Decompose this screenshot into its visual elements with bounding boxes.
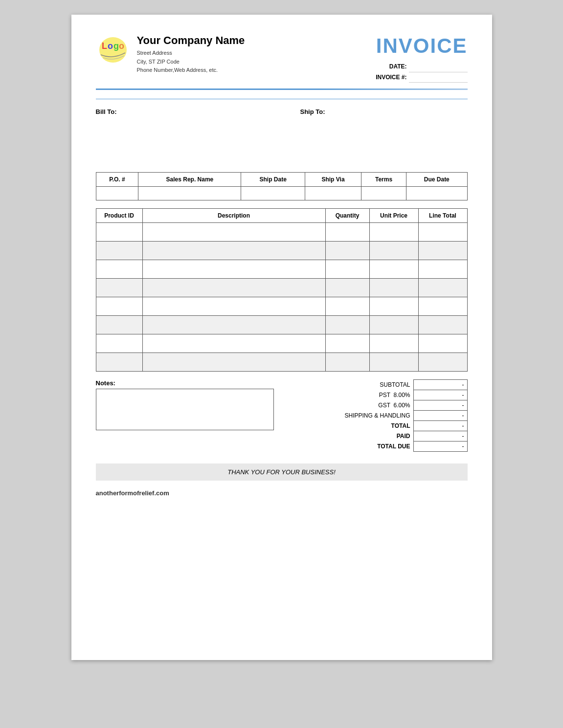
po-cell-sales-rep — [138, 187, 241, 200]
po-table: P.O. # Sales Rep. Name Ship Date Ship Vi… — [96, 172, 468, 200]
address-section: Bill To: Ship To: — [96, 108, 468, 157]
items-cell — [96, 260, 142, 279]
items-cell — [369, 223, 418, 242]
pst-value: - — [413, 390, 467, 400]
items-cell — [369, 316, 418, 334]
pst-row: PST 8.00% - — [289, 390, 467, 400]
pst-label: PST — [379, 392, 390, 398]
date-label: DATE: — [389, 62, 407, 72]
items-cell — [142, 297, 325, 316]
notes-label: Notes: — [96, 379, 274, 387]
items-cell — [142, 260, 325, 279]
items-cell — [418, 334, 467, 353]
po-col-sales-rep: Sales Rep. Name — [138, 173, 241, 187]
items-cell — [325, 353, 369, 372]
po-col-ship-date: Ship Date — [241, 173, 305, 187]
items-cell — [96, 223, 142, 242]
total-label: TOTAL — [289, 421, 413, 431]
pst-label-row: PST 8.00% — [289, 390, 413, 400]
bill-to-lines — [96, 118, 263, 157]
gst-label: GST — [378, 402, 390, 409]
total-due-label: TOTAL DUE — [289, 441, 413, 452]
subtotal-value: - — [413, 380, 467, 390]
items-cell — [418, 297, 467, 316]
items-cell — [142, 223, 325, 242]
items-cell — [418, 353, 467, 372]
ship-to-label: Ship To: — [300, 108, 468, 115]
paid-row: PAID - — [289, 431, 467, 441]
notes-section: Notes: — [96, 379, 274, 430]
po-col-po: P.O. # — [96, 173, 138, 187]
shipping-value: - — [413, 411, 467, 421]
company-name: Your Company Name — [137, 34, 245, 47]
date-value — [409, 62, 468, 72]
gst-row: GST 6.00% - — [289, 400, 467, 411]
invoice-title: INVOICE — [376, 34, 467, 58]
total-due-row: TOTAL DUE - — [289, 441, 467, 452]
svg-text:g: g — [113, 41, 119, 51]
ship-to-block: Ship To: — [300, 108, 468, 157]
thank-you-text: THANK YOU FOR YOUR BUSINESS! — [227, 468, 336, 476]
bill-to-block: Bill To: — [96, 108, 263, 157]
notes-box[interactable] — [96, 389, 274, 430]
items-cell — [369, 334, 418, 353]
po-cell-ship-via — [305, 187, 361, 200]
items-row — [96, 316, 467, 334]
items-row — [96, 242, 467, 260]
svg-text:L: L — [102, 41, 107, 51]
items-cell — [325, 223, 369, 242]
shipping-label: SHIPPING & HANDLING — [289, 411, 413, 421]
items-row — [96, 223, 467, 242]
items-cell — [325, 316, 369, 334]
gst-value: - — [413, 400, 467, 411]
total-value: - — [413, 421, 467, 431]
items-cell — [142, 334, 325, 353]
pst-rate: 8.00% — [393, 392, 410, 398]
paid-value: - — [413, 431, 467, 441]
items-row — [96, 334, 467, 353]
header-divider — [96, 88, 468, 90]
website-text: anotherformofrelief.com — [96, 489, 169, 497]
paid-label: PAID — [289, 431, 413, 441]
logo: L o g o — [96, 34, 130, 66]
bottom-section: Notes: SUBTOTAL - PST 8.00% - — [96, 379, 468, 452]
items-col-line-total: Line Total — [418, 209, 467, 223]
items-row — [96, 260, 467, 279]
items-cell — [369, 297, 418, 316]
header-divider-thin — [96, 99, 468, 99]
header-right: INVOICE DATE: INVOICE #: — [376, 34, 467, 83]
items-cell — [96, 242, 142, 260]
items-cell — [142, 316, 325, 334]
po-row — [96, 187, 467, 200]
items-cell — [325, 260, 369, 279]
website-footer: anotherformofrelief.com — [96, 489, 468, 497]
items-cell — [418, 316, 467, 334]
items-cell — [418, 260, 467, 279]
total-due-value: - — [413, 441, 467, 452]
items-cell — [325, 279, 369, 297]
items-cell — [325, 334, 369, 353]
subtotal-label: SUBTOTAL — [289, 380, 413, 390]
items-table: Product ID Description Quantity Unit Pri… — [96, 208, 468, 372]
invoice-num-label: INVOICE #: — [376, 72, 406, 83]
items-cell — [369, 242, 418, 260]
items-cell — [96, 297, 142, 316]
subtotal-row: SUBTOTAL - — [289, 380, 467, 390]
thank-you-bar: THANK YOU FOR YOUR BUSINESS! — [96, 463, 468, 481]
items-cell — [96, 334, 142, 353]
totals-section: SUBTOTAL - PST 8.00% - GST 6.00% — [289, 379, 468, 452]
header-left: L o g o Your Company Name Street Address… — [96, 34, 245, 75]
items-col-quantity: Quantity — [325, 209, 369, 223]
invoice-page: L o g o Your Company Name Street Address… — [71, 15, 492, 660]
items-col-product-id: Product ID — [96, 209, 142, 223]
items-col-unit-price: Unit Price — [369, 209, 418, 223]
items-cell — [369, 279, 418, 297]
po-cell-ship-date — [241, 187, 305, 200]
address-line3: Phone Number,Web Address, etc. — [137, 66, 245, 75]
items-cell — [96, 279, 142, 297]
po-col-terms: Terms — [361, 173, 406, 187]
gst-label-row: GST 6.00% — [289, 400, 413, 411]
items-row — [96, 297, 467, 316]
svg-text:o: o — [108, 41, 113, 51]
items-cell — [369, 353, 418, 372]
